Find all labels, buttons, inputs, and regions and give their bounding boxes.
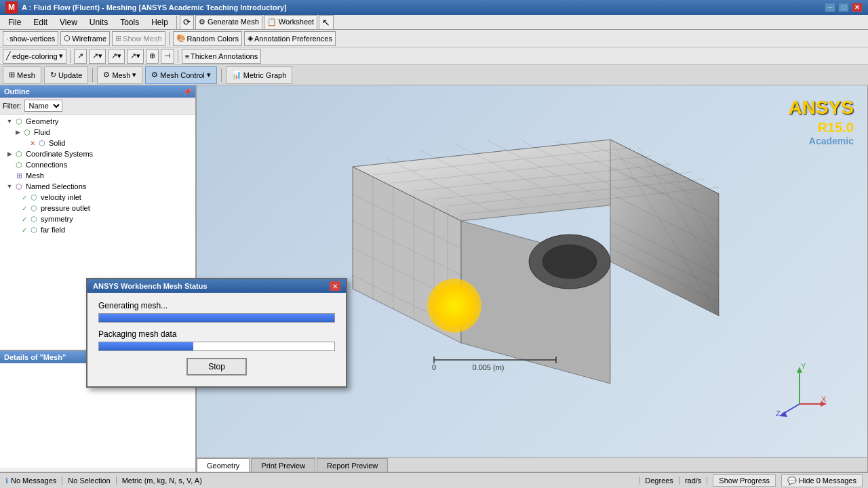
progress-bar-1	[98, 313, 335, 323]
tree-item-far-field[interactable]: ✓ ⬡ far field	[0, 224, 195, 235]
arrow-tool-6[interactable]: ⊣	[161, 49, 174, 64]
svg-text:X: X	[821, 395, 827, 403]
tab-report-preview-label: Report Preview	[327, 462, 378, 470]
details-title: Details of "Mesh"	[4, 353, 66, 361]
tree-item-named-sel[interactable]: ▼ ⬡ Named Selections	[0, 181, 195, 192]
arrow-tool-3[interactable]: ↗▾	[108, 49, 125, 64]
icon-solid: ⬡	[37, 138, 47, 148]
ribbon-meshctrl-btn[interactable]: ⚙ Mesh Control ▾	[145, 66, 216, 84]
random-colors-button[interactable]: 🎨 Random Colors	[173, 31, 242, 46]
hide-messages-icon: 💬	[787, 476, 797, 485]
expander-sym	[14, 215, 22, 223]
svg-text:Y: Y	[801, 363, 806, 370]
pressure-check-icon: ✓	[22, 205, 27, 212]
progress-close-button[interactable]: ✕	[330, 281, 340, 291]
stop-label: Stop	[208, 362, 225, 371]
tree-item-symmetry[interactable]: ✓ ⬡ symmetry	[0, 214, 195, 224]
solid-x-icon: ✕	[30, 140, 35, 147]
tree-item-solid[interactable]: ✕ ⬡ Solid	[0, 138, 195, 148]
title-bar: M A : Fluid Flow (Fluent) - Meshing [ANS…	[0, 0, 868, 15]
progress-dialog-title: ANSYS Workbench Mesh Status	[93, 282, 208, 290]
toolbar-refresh-button[interactable]: ⟳	[180, 15, 194, 30]
ansys-logo-text: ANSYS	[789, 96, 854, 119]
generate-mesh-button[interactable]: ⚙ Generate Mesh	[195, 15, 262, 30]
menu-help[interactable]: Help	[146, 16, 174, 28]
menu-file[interactable]: File	[3, 16, 26, 28]
tb-sep-3	[178, 49, 178, 63]
label-named-sel: Named Selections	[26, 182, 86, 190]
menu-edit[interactable]: Edit	[28, 16, 53, 28]
random-colors-label: Random Colors	[187, 35, 239, 43]
minimize-button[interactable]: ─	[825, 3, 835, 12]
expander-pressure	[14, 204, 22, 212]
title-bar-controls: ─ □ ✕	[825, 3, 863, 12]
menu-units[interactable]: Units	[84, 16, 113, 28]
app-icon: M	[5, 1, 18, 14]
expander-mesh	[5, 171, 14, 180]
thicken-ann-button[interactable]: ≡ Thicken Annotations	[182, 49, 262, 64]
show-progress-label: Show Progress	[719, 476, 770, 485]
update-icon: ↻	[50, 70, 56, 79]
status-angle: Degrees	[645, 476, 673, 485]
progress-bar-2	[98, 342, 335, 351]
arrow-tool-5[interactable]: ⊕	[146, 49, 159, 64]
label-geometry: Geometry	[26, 117, 58, 125]
tree-item-vel-inlet[interactable]: ✓ ⬡ velocity inlet	[0, 192, 195, 203]
tree-item-coord[interactable]: ▶ ⬡ Coordinate Systems	[0, 148, 195, 159]
icon-far: ⬡	[28, 225, 39, 235]
tab-print-preview[interactable]: Print Preview	[251, 458, 315, 472]
expander-named-sel[interactable]: ▼	[5, 182, 14, 190]
ribbon-mesh-btn[interactable]: ⊞ Mesh	[3, 66, 41, 84]
tree-item-mesh[interactable]: ⊞ Mesh	[0, 170, 195, 181]
filter-select[interactable]: Name	[24, 100, 62, 112]
stop-button[interactable]: Stop	[186, 358, 247, 375]
progress-dialog: ANSYS Workbench Mesh Status ✕ Generating…	[86, 278, 347, 388]
coord-axes-svg: Y X Z	[772, 363, 827, 418]
icon-coord: ⬡	[14, 149, 24, 159]
tree-item-pressure-outlet[interactable]: ✓ ⬡ pressure outlet	[0, 203, 195, 214]
icon-geometry: ⬡	[14, 117, 24, 126]
ribbon-metric-btn[interactable]: 📊 Metric Graph	[226, 66, 293, 84]
show-vertices-button[interactable]: · show-vertices	[3, 31, 58, 46]
edge-coloring-button[interactable]: ╱ edge-coloring ▾	[3, 49, 66, 64]
tree-item-connections[interactable]: ⬡ Connections	[0, 159, 195, 170]
vel-check-icon: ✓	[22, 194, 27, 201]
svg-point-39	[542, 245, 597, 279]
outline-pin-icon[interactable]: 📌	[183, 88, 191, 96]
worksheet-button[interactable]: 📋 Worksheet	[264, 15, 317, 30]
progress-fill-1	[99, 314, 334, 322]
label-symmetry: symmetry	[41, 215, 73, 223]
edge-icon: ╱	[6, 52, 11, 60]
show-mesh-label: Show Mesh	[123, 35, 161, 43]
progress-label-1: Generating mesh...	[98, 301, 335, 310]
tree-item-fluid[interactable]: ▶ ⬡ Fluid	[0, 127, 195, 138]
status-selection: No Selection	[68, 476, 110, 485]
filter-row: Filter: Name	[0, 98, 195, 115]
tab-report-preview[interactable]: Report Preview	[317, 458, 388, 472]
close-button[interactable]: ✕	[852, 3, 863, 12]
annotation-prefs-button[interactable]: ◈ Annotation Preferences	[244, 31, 336, 46]
cursor-button[interactable]: ↖	[319, 15, 334, 30]
progress-fill-2	[99, 342, 193, 350]
app-window: M A : Fluid Flow (Fluent) - Meshing [ANS…	[0, 0, 868, 488]
wireframe-button[interactable]: ⬡ Wireframe	[60, 31, 110, 46]
arrow-tool-4[interactable]: ↗▾	[127, 49, 144, 64]
ribbon-mesh2-btn[interactable]: ⚙ Mesh ▾	[97, 66, 142, 84]
ribbon-update-btn[interactable]: ↻ Update	[44, 66, 88, 84]
expander-geometry[interactable]: ▼	[5, 117, 14, 125]
maximize-button[interactable]: □	[838, 3, 849, 12]
show-progress-btn[interactable]: Show Progress	[713, 474, 776, 487]
menu-view[interactable]: View	[54, 16, 83, 28]
show-mesh-button[interactable]: ⊞ Show Mesh	[112, 31, 165, 46]
mesh-icon: ⊞	[9, 70, 15, 79]
arrow-tool-2[interactable]: ↗▾	[89, 49, 106, 64]
hide-messages-btn[interactable]: 💬 Hide 0 Messages	[781, 474, 863, 487]
expander-fluid[interactable]: ▶	[14, 128, 22, 136]
menu-tools[interactable]: Tools	[115, 16, 144, 28]
tree-item-geometry[interactable]: ▼ ⬡ Geometry	[0, 116, 195, 127]
expander-coord[interactable]: ▶	[5, 150, 14, 158]
filter-label: Filter:	[3, 102, 22, 110]
thicken-ann-label: Thicken Annotations	[191, 52, 258, 60]
arrow-tool-1[interactable]: ↗	[74, 49, 87, 64]
tab-geometry[interactable]: Geometry	[197, 458, 250, 472]
